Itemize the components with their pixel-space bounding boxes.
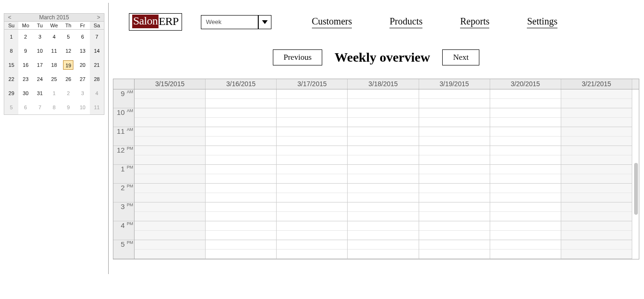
mini-cal-day[interactable]: 28 — [90, 72, 104, 86]
logo-part2: ERP — [159, 15, 179, 28]
mini-cal-day[interactable]: 10 — [33, 44, 47, 58]
page-title: Weekly overview — [334, 50, 430, 65]
week-day-header: 3/15/2015 — [135, 79, 206, 89]
scrollbar[interactable] — [632, 89, 639, 259]
mini-cal-day[interactable]: 6 — [18, 100, 32, 114]
week-day-header: 3/18/2015 — [348, 79, 419, 89]
week-grid: 3/15/20153/16/20153/17/20153/18/20153/19… — [113, 79, 639, 259]
mini-cal-day[interactable]: 4 — [47, 30, 61, 44]
week-day-header: 3/19/2015 — [419, 79, 490, 89]
logo-part1: Salon — [132, 15, 159, 28]
chevron-down-icon[interactable] — [258, 16, 271, 29]
mini-cal-day[interactable]: 12 — [61, 44, 75, 58]
mini-cal-day[interactable]: 7 — [33, 100, 47, 114]
week-day-column[interactable] — [277, 89, 348, 259]
time-slot-label: 12PM — [113, 146, 134, 165]
mini-cal-day[interactable]: 31 — [33, 86, 47, 100]
mini-cal-day[interactable]: 6 — [75, 30, 89, 44]
mini-cal-dow: We — [47, 22, 61, 30]
time-slot-label: 2PM — [113, 184, 134, 202]
mini-cal-prev[interactable]: < — [6, 14, 13, 21]
week-day-column[interactable] — [135, 89, 206, 259]
mini-cal-day[interactable]: 25 — [47, 72, 61, 86]
mini-cal-dow: Sa — [90, 22, 104, 30]
mini-cal-day[interactable]: 2 — [18, 30, 32, 44]
mini-cal-day[interactable]: 15 — [4, 58, 18, 72]
mini-cal-day[interactable]: 27 — [75, 72, 89, 86]
mini-cal-day[interactable]: 24 — [33, 72, 47, 86]
mini-cal-day[interactable]: 22 — [4, 72, 18, 86]
week-day-column[interactable] — [490, 89, 561, 259]
time-column-header — [113, 79, 135, 89]
svg-marker-0 — [262, 20, 268, 24]
mini-cal-day[interactable]: 26 — [61, 72, 75, 86]
next-button[interactable]: Next — [442, 49, 479, 65]
week-day-column[interactable] — [419, 89, 490, 259]
nav-products[interactable]: Products — [390, 16, 422, 28]
mini-cal-day[interactable]: 19 — [61, 58, 75, 72]
mini-cal-dow: Mo — [18, 22, 32, 30]
mini-cal-day[interactable]: 2 — [61, 86, 75, 100]
mini-cal-day[interactable]: 5 — [4, 100, 18, 114]
mini-cal-dow: Fr — [75, 22, 89, 30]
mini-cal-day[interactable]: 3 — [75, 86, 89, 100]
week-day-column[interactable] — [348, 89, 419, 259]
mini-cal-day[interactable]: 4 — [90, 86, 104, 100]
mini-calendar: < March 2015 > SuMoTuWeThFrSa 1234567891… — [4, 13, 104, 115]
nav-reports[interactable]: Reports — [460, 16, 489, 28]
mini-cal-day[interactable]: 14 — [90, 44, 104, 58]
week-day-header: 3/20/2015 — [490, 79, 561, 89]
mini-cal-dow: Th — [61, 22, 75, 30]
mini-cal-next[interactable]: > — [95, 14, 102, 21]
mini-cal-dow: Su — [4, 22, 18, 30]
week-day-column[interactable] — [206, 89, 277, 259]
time-slot-label: 9AM — [113, 89, 134, 108]
mini-cal-day[interactable]: 30 — [18, 86, 32, 100]
view-selector[interactable]: Week — [201, 15, 271, 29]
mini-cal-day[interactable]: 1 — [47, 86, 61, 100]
time-slot-label: 10AM — [113, 108, 134, 127]
mini-cal-day[interactable]: 1 — [4, 30, 18, 44]
mini-cal-day[interactable]: 11 — [47, 44, 61, 58]
mini-cal-dow: Tu — [33, 22, 47, 30]
week-day-column[interactable] — [561, 89, 632, 259]
time-slot-label: 4PM — [113, 221, 134, 240]
mini-cal-day[interactable]: 3 — [33, 30, 47, 44]
nav-settings[interactable]: Settings — [527, 16, 557, 28]
mini-cal-day[interactable]: 21 — [90, 58, 104, 72]
mini-cal-day[interactable]: 11 — [90, 100, 104, 114]
mini-cal-day[interactable]: 8 — [47, 100, 61, 114]
time-slot-label: 11AM — [113, 127, 134, 146]
mini-cal-day[interactable]: 13 — [75, 44, 89, 58]
nav-customers[interactable]: Customers — [312, 16, 352, 28]
mini-cal-day[interactable]: 17 — [33, 58, 47, 72]
previous-button[interactable]: Previous — [273, 49, 323, 65]
mini-cal-day[interactable]: 16 — [18, 58, 32, 72]
week-day-header: 3/17/2015 — [277, 79, 348, 89]
week-day-header: 3/16/2015 — [206, 79, 277, 89]
time-slot-label: 1PM — [113, 165, 134, 184]
mini-cal-day[interactable]: 9 — [61, 100, 75, 114]
time-slot-label: 3PM — [113, 202, 134, 221]
mini-cal-day[interactable]: 5 — [61, 30, 75, 44]
mini-cal-day[interactable]: 29 — [4, 86, 18, 100]
mini-cal-day[interactable]: 8 — [4, 44, 18, 58]
mini-cal-day[interactable]: 9 — [18, 44, 32, 58]
time-slot-label: 5PM — [113, 240, 134, 259]
week-day-header: 3/21/2015 — [561, 79, 632, 89]
mini-cal-title: March 2015 — [39, 14, 69, 21]
mini-cal-day[interactable]: 20 — [75, 58, 89, 72]
view-selector-label: Week — [201, 16, 258, 27]
app-logo: SalonERP — [129, 13, 182, 31]
vertical-divider — [108, 3, 109, 274]
mini-cal-day[interactable]: 10 — [75, 100, 89, 114]
mini-cal-day[interactable]: 18 — [47, 58, 61, 72]
mini-cal-day[interactable]: 7 — [90, 30, 104, 44]
mini-cal-day[interactable]: 23 — [18, 72, 32, 86]
